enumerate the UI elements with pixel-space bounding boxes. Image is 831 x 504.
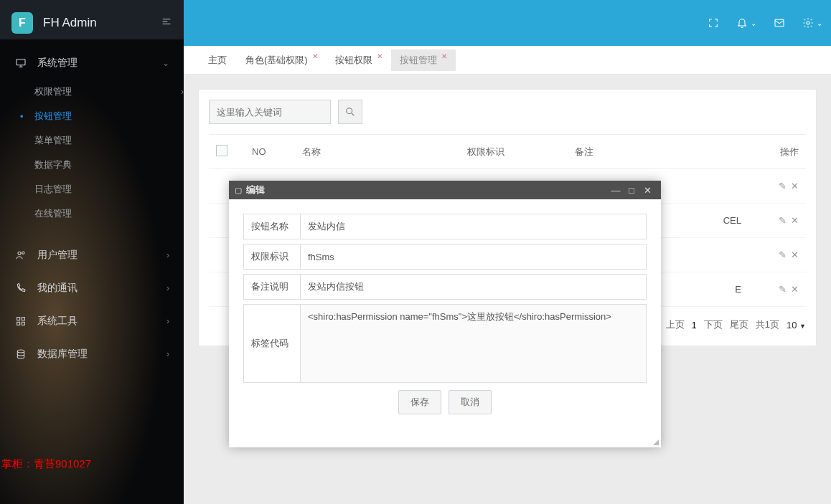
sub-online[interactable]: 在线管理 [0,201,184,226]
input-btn-name[interactable] [300,214,646,239]
label-tagcode: 标签代码 [244,305,300,382]
nav-tools[interactable]: 系统工具 › [0,305,184,338]
resize-handle[interactable] [651,437,659,446]
col-perm: 权限标识 [460,135,568,169]
row-perm: 权限标识 [243,244,647,270]
nav-db[interactable]: 数据库管理 › [0,338,184,371]
edit-icon[interactable]: ✎ [779,249,787,260]
close-icon[interactable]: ✕ [441,52,447,60]
close-icon[interactable]: ✕ [377,52,382,60]
dialog-title: 编辑 [246,184,608,196]
gear-icon[interactable]: ⌄ [802,17,822,29]
nav-label: 数据库管理 [37,348,88,361]
delete-icon[interactable]: ✕ [791,249,799,260]
edit-icon[interactable]: ✎ [779,284,787,295]
col-name: 名称 [295,135,460,169]
dialog-titlebar[interactable]: ▢ 编辑 — □ ✕ [229,181,661,199]
col-ops: 操作 [748,135,806,169]
tab-role[interactable]: 角色(基础权限)✕ [237,49,327,71]
svg-rect-11 [22,322,24,325]
svg-point-14 [807,22,809,24]
svg-point-15 [347,108,352,114]
search-button[interactable] [338,100,362,124]
menu-toggle-icon[interactable] [161,16,172,31]
header: ⌄ ⌄ [184,0,831,46]
checkbox-all[interactable] [216,145,227,156]
dialog-footer: 保存 取消 [243,387,647,433]
edit-dialog: ▢ 编辑 — □ ✕ 按钮名称 权限标识 备注说明 标签代码 保存 取消 [229,181,661,447]
minimize-icon[interactable]: — [608,185,624,196]
nav-label: 系统工具 [37,315,78,328]
nav-contact[interactable]: 我的通讯 › [0,272,184,305]
table-header-row: NO 名称 权限标识 备注 操作 [209,135,806,169]
monitor-icon [14,57,27,70]
toolbar [209,100,806,124]
svg-rect-3 [17,60,25,65]
logo-row: F FH Admin [0,0,184,46]
pager-total: 共1页 [756,318,779,331]
sub-log[interactable]: 日志管理 [0,177,184,201]
sub-menu[interactable]: 菜单管理 [0,128,184,153]
delete-icon[interactable]: ✕ [791,215,799,226]
tab-btnmgmt[interactable]: 按钮管理✕ [391,49,456,71]
chevron-right-icon: › [166,316,169,326]
pager-next[interactable]: 下页 [704,318,723,331]
label-remark: 备注说明 [244,275,300,299]
cancel-button[interactable]: 取消 [449,390,492,414]
row-tagcode: 标签代码 [243,304,647,383]
tab-btnperm[interactable]: 按钮权限✕ [327,49,391,71]
edit-icon[interactable]: ✎ [779,181,787,191]
database-icon [14,348,27,361]
chevron-right-icon: › [166,283,169,293]
input-perm[interactable] [300,244,646,269]
label-perm: 权限标识 [244,244,300,269]
pager-page-1[interactable]: 1 [692,320,697,331]
pager-size[interactable]: 10 ▼ [787,320,806,331]
label-btn-name: 按钮名称 [244,214,300,239]
sub-button-mgmt[interactable]: 按钮管理 [0,104,184,128]
row-btn-name: 按钮名称 [243,214,647,239]
svg-rect-13 [775,19,784,26]
grid-icon [14,315,27,328]
sub-perm[interactable]: 权限管理› [0,80,184,104]
input-remark[interactable] [300,275,646,299]
nav: 系统管理 ⌄ 权限管理› 按钮管理 菜单管理 数据字典 日志管理 在线管理 用户… [0,47,184,371]
nav-user[interactable]: 用户管理 › [0,239,184,272]
nav-label: 我的通讯 [37,282,78,295]
svg-point-7 [22,252,24,254]
textarea-tagcode[interactable] [300,305,646,382]
delete-icon[interactable]: ✕ [791,181,799,191]
search-input[interactable] [209,100,331,124]
svg-point-12 [17,350,24,353]
close-icon[interactable]: ✕ [312,52,318,60]
save-button[interactable]: 保存 [398,390,441,414]
nav-label: 系统管理 [37,57,78,70]
svg-point-6 [18,252,21,255]
svg-rect-10 [17,322,20,325]
brand-name: FH Admin [43,16,161,30]
triangle-down-icon: ▼ [799,323,806,330]
maximize-icon[interactable]: □ [624,185,639,196]
chevron-down-icon: ⌄ [162,58,169,68]
nav-label: 用户管理 [37,249,78,262]
close-icon[interactable]: ✕ [639,185,655,196]
pager-prev[interactable]: 上页 [666,318,685,331]
row-remark: 备注说明 [243,274,647,300]
delete-icon[interactable]: ✕ [791,284,799,295]
sub-dict[interactable]: 数据字典 [0,153,184,177]
watermark: 掌柜：青苔901027 [1,457,91,471]
bell-icon[interactable]: ⌄ [736,17,756,29]
chevron-right-icon: › [166,250,169,260]
col-no: NO [245,135,295,169]
nav-system[interactable]: 系统管理 ⌄ [0,47,184,80]
edit-icon[interactable]: ✎ [779,215,787,226]
chevron-right-icon: › [181,87,184,97]
tab-home[interactable]: 主页 [198,49,237,71]
mail-icon[interactable] [774,17,785,29]
pager-last[interactable]: 尾页 [730,318,748,331]
svg-line-16 [352,113,354,115]
fullscreen-icon[interactable] [708,17,719,29]
app-logo: F [11,12,33,34]
search-icon [344,106,356,118]
phone-icon [14,282,27,295]
